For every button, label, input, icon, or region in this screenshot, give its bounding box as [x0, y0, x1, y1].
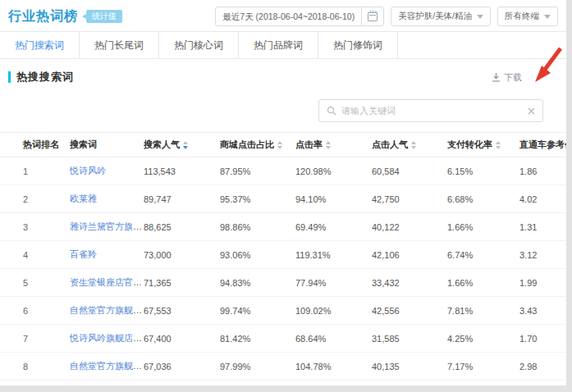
pay-conv-cell: 4.25% [447, 325, 519, 353]
col-header-mall-share[interactable]: 商城点击占比 [220, 133, 295, 157]
tab-hot-brand-words[interactable]: 热门品牌词 [239, 32, 318, 58]
term-cell: 悦诗风吟 [70, 157, 144, 185]
click-pop-cell: 60,584 [372, 157, 447, 185]
col-header-term: 搜索词 [70, 133, 144, 157]
download-icon [492, 73, 501, 82]
search-term-link[interactable]: 欧莱雅 [70, 194, 97, 203]
click-rate-cell: 104.78% [295, 353, 372, 381]
download-button[interactable]: 下载 [492, 71, 522, 84]
search-icon [327, 106, 336, 116]
click-rate-cell: 120.98% [295, 157, 372, 185]
sort-icon[interactable] [411, 141, 416, 149]
mall-share-cell: 81.42% [220, 325, 295, 353]
mall-share-cell: 99.74% [220, 297, 295, 325]
search-term-link[interactable]: 悦诗风吟旗舰店官网 [70, 333, 144, 343]
sort-icon[interactable] [277, 141, 282, 149]
click-rate-cell: 109.02% [295, 297, 372, 325]
rank-cell: 8 [0, 353, 70, 381]
table-row: 1悦诗风吟113,54387.95%120.98%60,5846.15%1.86 [0, 157, 566, 185]
col-header-pay-conv[interactable]: 支付转化率 [447, 133, 519, 157]
click-pop-cell: 33,432 [372, 269, 447, 297]
calendar-icon [368, 12, 378, 21]
download-label: 下载 [504, 71, 522, 84]
terminal-select-value: 所有终端 [505, 11, 539, 22]
section-header: 热搜搜索词 下载 [0, 59, 566, 88]
click-rate-cell: 94.10% [295, 185, 372, 213]
pay-conv-cell: 7.81% [447, 297, 519, 325]
col-header-ztc-price[interactable]: 直通车参考价 [519, 133, 566, 157]
tab-hot-search-words[interactable]: 热门搜索词 [0, 32, 80, 58]
search-pop-cell: 67,400 [144, 325, 220, 353]
search-pop-cell: 113,543 [144, 157, 220, 185]
click-pop-cell: 31,585 [372, 325, 447, 353]
chevron-down-icon [477, 15, 483, 19]
term-cell: 自然堂官方旗舰店官网 [70, 353, 144, 381]
table-row: 7悦诗风吟旗舰店官网67,40081.42%68.64%31,5854.25%1… [0, 325, 566, 353]
mall-share-cell: 93.06% [220, 241, 295, 269]
col-header-click-rate[interactable]: 点击率 [295, 133, 372, 157]
search-pop-cell: 67,036 [144, 353, 220, 381]
tab-hot-core-words[interactable]: 热门核心词 [159, 32, 239, 58]
pay-conv-cell: 1.66% [447, 269, 519, 297]
tab-bar: 热门搜索词 热门长尾词 热门核心词 热门品牌词 热门修饰词 [0, 31, 566, 59]
keyword-search-box[interactable] [318, 99, 543, 122]
date-range-text: 最近7天 (2018-06-04~2018-06-10) [216, 7, 362, 25]
search-term-link[interactable]: 自然堂官方旗舰店官网 [70, 361, 144, 371]
mall-share-cell: 94.83% [220, 269, 295, 297]
section-title: 热搜搜索词 [16, 70, 74, 84]
sort-icon[interactable] [496, 141, 501, 149]
clear-search-button[interactable] [528, 107, 535, 115]
click-rate-cell: 119.31% [295, 241, 372, 269]
ztc-price-cell: 2.98 [519, 353, 566, 381]
search-pop-cell: 67,553 [144, 297, 220, 325]
table-row: 2欧莱雅89,74795.37%94.10%42,7506.68%4.02 [0, 185, 566, 213]
search-pop-cell: 73,000 [144, 241, 220, 269]
table-row: 4百雀羚73,00093.06%119.31%42,1066.74%3.12 [0, 241, 566, 269]
click-pop-cell: 40,122 [372, 213, 447, 241]
page-title: 行业热词榜 [8, 8, 78, 25]
rank-cell: 2 [0, 185, 70, 213]
table-row: 3雅诗兰黛官方旗舰店...88,62598.86%69.49%40,1221.6… [0, 213, 566, 241]
click-pop-cell: 42,556 [372, 297, 447, 325]
rank-cell: 3 [0, 213, 70, 241]
sort-icon[interactable] [326, 141, 331, 149]
table-row: 5资生堂银座店官方旗舰71,36594.83%77.94%33,4321.66%… [0, 269, 566, 297]
table-row: 8自然堂官方旗舰店官网67,03697.99%104.78%40,1357.17… [0, 353, 566, 381]
page-edge [566, 0, 572, 392]
pay-conv-cell: 6.74% [447, 241, 519, 269]
chevron-down-icon [544, 15, 551, 19]
terminal-select[interactable]: 所有终端 [497, 7, 558, 26]
col-header-rank: 热词排名 [0, 133, 70, 157]
pay-conv-cell: 7.17% [447, 353, 519, 381]
search-pop-cell: 89,747 [144, 185, 220, 213]
search-term-link[interactable]: 百雀羚 [70, 249, 97, 259]
table-header-row: 热词排名 搜索词 搜索人气 商城点击占比 点击率 点击人气 支付转化率 直通车参… [0, 133, 566, 157]
click-rate-cell: 77.94% [295, 269, 372, 297]
calendar-button[interactable] [362, 7, 383, 25]
search-term-link[interactable]: 悦诗风吟 [70, 166, 106, 175]
term-cell: 百雀羚 [70, 241, 144, 269]
click-pop-cell: 42,750 [372, 185, 447, 213]
search-pop-cell: 88,625 [144, 213, 220, 241]
col-header-search-pop[interactable]: 搜索人气 [144, 133, 220, 157]
tab-hot-longtail-words[interactable]: 热门长尾词 [80, 32, 159, 58]
pay-conv-cell: 6.68% [447, 185, 519, 213]
search-term-link[interactable]: 雅诗兰黛官方旗舰店... [70, 221, 144, 231]
search-term-link[interactable]: 资生堂银座店官方旗舰 [70, 277, 144, 287]
mall-share-cell: 87.95% [220, 157, 295, 185]
tab-hot-modifier-words[interactable]: 热门修饰词 [318, 32, 398, 58]
category-select[interactable]: 美容护肤/美体/精油 [391, 7, 491, 26]
ztc-price-cell: 1.99 [519, 269, 566, 297]
sort-icon[interactable] [183, 141, 188, 149]
mall-share-cell: 97.99% [220, 353, 295, 381]
keyword-search-input[interactable] [341, 106, 523, 116]
pay-conv-cell: 1.66% [447, 213, 519, 241]
term-cell: 悦诗风吟旗舰店官网 [70, 325, 144, 353]
col-header-click-pop[interactable]: 点击人气 [372, 133, 447, 157]
accent-bar [8, 71, 11, 83]
click-rate-cell: 68.64% [295, 325, 372, 353]
search-term-link[interactable]: 自然堂官方旗舰店官... [70, 305, 144, 315]
hot-words-panel: 行业热词榜 统计值 最近7天 (2018-06-04~2018-06-10) 美… [0, 0, 566, 385]
date-range-picker[interactable]: 最近7天 (2018-06-04~2018-06-10) [215, 7, 384, 26]
rank-cell: 6 [0, 297, 70, 325]
